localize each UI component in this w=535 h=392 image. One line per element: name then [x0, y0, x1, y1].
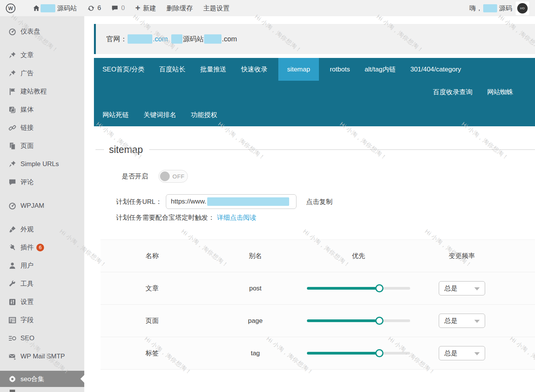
redacted-text: [483, 4, 497, 12]
tab-301-404-category[interactable]: 301/404/category: [410, 58, 461, 81]
sidebar-item-media[interactable]: 媒体: [0, 100, 84, 119]
theme-settings-label: 主题设置: [203, 4, 230, 13]
comments-indicator[interactable]: 0: [111, 4, 124, 12]
page-title: sitemap: [109, 144, 143, 155]
sidebar-item-seo[interactable]: SEO: [0, 329, 84, 347]
greeting-text: 嗨，: [469, 4, 482, 13]
sidebar-item-tools[interactable]: 工具: [0, 275, 84, 293]
refresh-icon: [87, 5, 95, 12]
slider-fill: [307, 287, 379, 290]
frequency-dropdown[interactable]: 总是: [439, 346, 485, 360]
wordpress-menu[interactable]: W: [6, 3, 15, 13]
comments-count: 0: [121, 4, 124, 12]
sidebar-item-comments[interactable]: 评论: [0, 173, 84, 191]
priority-slider[interactable]: [307, 349, 410, 357]
tab-label: 关键词排名: [143, 110, 176, 119]
seo-icon: [8, 334, 16, 342]
tab-baidu-include-query[interactable]: 百度收录查询: [433, 81, 472, 104]
updates-indicator[interactable]: 6: [87, 4, 101, 12]
tab-quick-include[interactable]: 快速收录: [241, 58, 268, 81]
tab-batch-push[interactable]: 批量推送: [200, 58, 227, 81]
tab-baidu-webmaster[interactable]: 百度站长: [159, 58, 186, 81]
sidebar-menu: 仪表盘 文章 广告 建站教程 媒体 链接 页面 Simple URLs 评论 W…: [0, 22, 84, 387]
sidebar-item-label: 评论: [20, 178, 34, 187]
avatar-frame: I/O: [516, 2, 529, 15]
media-icon: [8, 105, 16, 114]
avatar: I/O: [517, 3, 528, 14]
sitemap-enable-toggle[interactable]: OFF: [158, 170, 188, 183]
column-header: 变更频率: [449, 251, 475, 260]
sidebar-item-dashboard[interactable]: 仪表盘: [0, 22, 84, 41]
sidebar-item-plugins[interactable]: 插件 6: [0, 238, 84, 256]
sidebar-item-settings[interactable]: 设置: [0, 293, 84, 311]
sidebar-item-appearance[interactable]: 外观: [0, 220, 84, 238]
sidebar-item-label: 建站教程: [20, 87, 47, 96]
column-header: 别名: [249, 251, 262, 260]
row-name: 标签: [146, 349, 159, 358]
account-menu[interactable]: 嗨， 源码 I/O: [469, 2, 529, 15]
frequency-dropdown[interactable]: 总是: [439, 281, 485, 295]
sidebar-item-seo-collection[interactable]: seo合集: [0, 371, 84, 387]
sidebar-item-wpjam[interactable]: WPJAM: [0, 197, 84, 215]
sidebar-item-users[interactable]: 用户: [0, 256, 84, 275]
cron-url-input[interactable]: https://www.: [166, 194, 296, 209]
column-header: 优先: [352, 251, 365, 260]
clear-cache-button[interactable]: 删除缓存: [167, 4, 193, 13]
slider-thumb-icon[interactable]: [375, 284, 383, 292]
tab-label: 快速收录: [241, 65, 268, 74]
admin-sidebar: 仪表盘 文章 广告 建站教程 媒体 链接 页面 Simple URLs 评论 W…: [0, 16, 84, 392]
collapse-menu-icon[interactable]: [10, 390, 15, 392]
enable-toggle-row: 是否开启 OFF: [122, 170, 188, 183]
table-row-tag: 标签 tag 总是: [101, 337, 535, 370]
sidebar-item-pages[interactable]: 页面: [0, 137, 84, 155]
plugin-icon: [8, 243, 16, 251]
wordpress-admin-page: W 源码站 6 0 + 新建 删除缓存 主题: [0, 0, 535, 392]
frequency-value: 总是: [445, 284, 458, 293]
priority-slider[interactable]: [307, 284, 410, 292]
official-site-link[interactable]: .com: [153, 35, 168, 43]
sidebar-item-tutorials[interactable]: 建站教程: [0, 82, 84, 100]
sidebar-item-wp-mail-smtp[interactable]: WP Mail SMTP: [0, 347, 84, 365]
tab-rotbots[interactable]: rotbots: [330, 58, 350, 81]
priority-slider[interactable]: [307, 317, 410, 325]
theme-settings-button[interactable]: 主题设置: [203, 4, 230, 13]
chevron-down-icon: [474, 320, 480, 323]
seo-plugin-tabs: SEO首页/分类百度站长批量推送快速收录sitemaprotbotsalt/ta…: [94, 58, 535, 126]
notice-prefix: 官网：: [106, 34, 127, 44]
sidebar-item-simple-urls[interactable]: Simple URLs: [0, 155, 84, 173]
sidebar-item-links[interactable]: 链接: [0, 119, 84, 137]
tab-seo-home-category[interactable]: SEO首页/分类: [102, 58, 145, 81]
slider-thumb-icon[interactable]: [375, 349, 383, 357]
tab-label: SEO首页/分类: [102, 65, 145, 74]
tab-keyword-ranking[interactable]: 关键词排名: [143, 104, 176, 126]
tab-site-spider[interactable]: 网站蜘蛛: [487, 81, 513, 104]
read-more-link[interactable]: 详细点击阅读: [217, 213, 256, 222]
new-content-button[interactable]: + 新建: [135, 4, 156, 13]
sidebar-item-posts[interactable]: 文章: [0, 46, 84, 64]
tab-dead-links[interactable]: 网站死链: [102, 104, 129, 126]
comment-icon: [8, 178, 16, 186]
gear-icon: [8, 375, 16, 383]
slider-thumb-icon[interactable]: [375, 317, 383, 325]
new-label: 新建: [143, 4, 156, 13]
sidebar-item-fields[interactable]: 字段: [0, 311, 84, 329]
sidebar-item-label: 设置: [20, 297, 34, 306]
sidebar-item-label: 页面: [20, 141, 34, 150]
update-count-badge: 6: [36, 244, 44, 251]
sidebar-item-label: seo合集: [20, 375, 44, 384]
redacted-text: [41, 4, 55, 12]
fields-icon: [8, 316, 16, 324]
tab-label: 网站蜘蛛: [487, 88, 513, 97]
copy-url-button[interactable]: 点击复制: [306, 197, 332, 206]
site-home-link[interactable]: 源码站: [33, 4, 77, 13]
pin-icon: [8, 69, 16, 77]
frequency-dropdown[interactable]: 总是: [439, 314, 485, 328]
sidebar-item-ads[interactable]: 广告: [0, 64, 84, 82]
updates-count: 6: [97, 4, 101, 12]
tab-label: 百度收录查询: [433, 88, 472, 97]
tab-feature-authorization[interactable]: 功能授权: [191, 104, 217, 126]
tab-alt-tag-internal-links[interactable]: alt/tag内链: [365, 58, 395, 81]
url-label: 计划任务URL：: [116, 197, 162, 206]
main-content: 官网： .com 源码站 .com SEO首页/分类百度站长批量推送快速收录si…: [84, 16, 535, 392]
tab-sitemap[interactable]: sitemap: [278, 58, 319, 81]
